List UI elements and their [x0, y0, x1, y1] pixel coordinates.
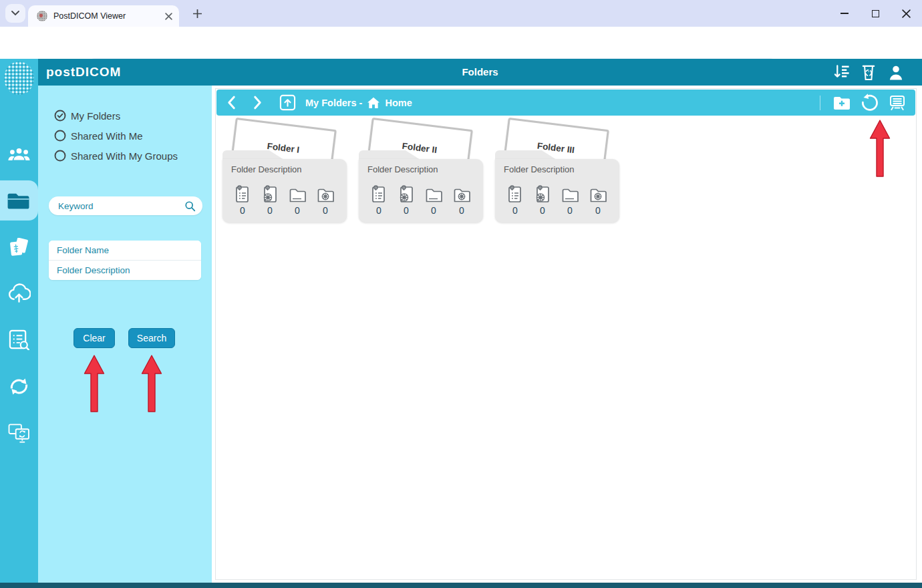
- sort-list-icon: [834, 65, 851, 80]
- subfolder-icon: [561, 184, 579, 204]
- sort-order-button[interactable]: [832, 63, 851, 81]
- folder-card[interactable]: Folder I Folder Description 0 0 0 0: [222, 121, 347, 223]
- trash-recycle-icon: [861, 64, 876, 81]
- clipboard-list-icon: [233, 184, 252, 204]
- sidebar-item-patients[interactable]: [0, 135, 38, 172]
- folder-dicom-icon: [316, 184, 335, 204]
- folder-description: Folder Description: [367, 164, 438, 174]
- sidebar-item-sync[interactable]: [0, 368, 38, 405]
- breadcrumb-divider: [820, 96, 820, 110]
- folder-fields-box: [49, 241, 201, 280]
- sidebar-item-folders[interactable]: [0, 180, 38, 220]
- sidebar-item-upload[interactable]: [0, 274, 38, 311]
- subfolder-icon: [424, 184, 443, 204]
- folder-description: Folder Description: [504, 164, 575, 174]
- add-folder-icon: [833, 96, 851, 110]
- nav-back-button[interactable]: [227, 96, 236, 110]
- close-icon: [902, 9, 911, 18]
- account-button[interactable]: [887, 63, 905, 81]
- chevron-left-icon: [227, 96, 236, 110]
- window-maximize-button[interactable]: [860, 0, 891, 27]
- app-header: postDICOM Folders: [38, 59, 922, 86]
- tab-search-button[interactable]: [5, 4, 25, 23]
- app-sidebar: [0, 59, 38, 583]
- folder-description-input[interactable]: [49, 261, 201, 280]
- new-tab-icon: [193, 9, 202, 18]
- radio-selected-icon: [54, 110, 66, 122]
- cloud-upload-icon: [7, 283, 31, 303]
- chevron-right-icon: [253, 96, 262, 110]
- red-arrow-search: [140, 355, 163, 412]
- dicom-folder-count: 0: [450, 205, 474, 216]
- breadcrumb-path[interactable]: My Folders -: [305, 98, 362, 108]
- keyword-input[interactable]: [58, 201, 184, 211]
- red-arrow-refresh: [869, 120, 891, 177]
- clipboard-dicom-icon: [261, 184, 279, 204]
- keyword-search-box: [49, 196, 202, 215]
- recycle-bin-button[interactable]: [859, 63, 878, 81]
- search-button[interactable]: Search: [128, 328, 175, 348]
- breadcrumb-home[interactable]: Home: [385, 98, 412, 108]
- sidebar-item-query[interactable]: [0, 321, 38, 358]
- postdicom-logo-icon: [4, 61, 34, 95]
- home-icon: [367, 97, 380, 109]
- clipboard-list-icon: [506, 184, 524, 204]
- maximize-icon: [872, 10, 879, 17]
- subfolder-count: 0: [422, 205, 446, 216]
- folder-description: Folder Description: [231, 164, 302, 174]
- subfolder-icon: [288, 184, 307, 204]
- search-magnifier-icon[interactable]: [184, 200, 196, 212]
- new-tab-button[interactable]: [187, 4, 207, 23]
- refresh-button[interactable]: [861, 94, 879, 112]
- folder-card[interactable]: Folder II Folder Description 0 0 0 0: [359, 121, 483, 223]
- list-search-icon: [9, 329, 29, 350]
- folder-queue-icon: [889, 95, 906, 111]
- folder-name-input[interactable]: [49, 241, 201, 260]
- sidebar-item-images[interactable]: [0, 229, 38, 266]
- browser-tab-strip: PostDICOM Viewer: [0, 0, 922, 27]
- page-title: Folders: [38, 66, 922, 78]
- folder-filter-panel: My Folders Shared With Me Shared With My…: [38, 86, 212, 583]
- clipboard-list-icon: [369, 184, 388, 204]
- folder-card-body: Folder Description 0 0 0 0: [495, 159, 619, 223]
- up-level-icon: [279, 94, 296, 111]
- radio-label: My Folders: [71, 110, 120, 122]
- window-minimize-button[interactable]: [829, 0, 860, 27]
- radio-shared-with-me[interactable]: Shared With Me: [54, 130, 143, 142]
- radio-unselected-icon: [54, 150, 66, 162]
- folder-dicom-icon: [589, 184, 607, 204]
- browser-tab[interactable]: PostDICOM Viewer: [28, 5, 179, 27]
- breadcrumb-bar: My Folders - Home: [216, 90, 915, 116]
- folder-card[interactable]: Folder III Folder Description 0 0 0 0: [495, 121, 619, 223]
- clear-button[interactable]: Clear: [73, 328, 115, 348]
- users-group-icon: [8, 146, 30, 162]
- clipboard-dicom-icon: [533, 184, 552, 204]
- user-icon: [889, 65, 903, 80]
- folder-card-body: Folder Description 0 0 0 0: [359, 159, 483, 223]
- nav-forward-button[interactable]: [253, 96, 262, 110]
- window-close-button[interactable]: [891, 0, 921, 27]
- add-folder-button[interactable]: [833, 96, 851, 110]
- tab-search-icon: [11, 11, 19, 16]
- folder-queue-button[interactable]: [889, 95, 906, 111]
- minimize-icon: [840, 13, 849, 14]
- folders-main-area: My Folders - Home Folder I: [215, 88, 917, 580]
- screen-share-icon: [8, 424, 30, 443]
- study-count: 0: [394, 205, 418, 216]
- tab-close-icon[interactable]: [165, 13, 172, 20]
- radio-label: Shared With Me: [71, 130, 143, 142]
- up-level-button[interactable]: [279, 94, 296, 111]
- browser-toolbar: germany.postdicom.com/Viewer/Main: [0, 27, 922, 59]
- order-count: 0: [503, 205, 527, 216]
- folder-card-body: Folder Description 0 0 0 0: [222, 159, 347, 223]
- subfolder-count: 0: [285, 205, 309, 216]
- sidebar-item-remote[interactable]: [0, 414, 38, 452]
- page-bottom-border: [0, 583, 922, 588]
- xray-images-icon: [9, 238, 29, 257]
- radio-my-folders[interactable]: My Folders: [54, 110, 120, 122]
- radio-shared-with-groups[interactable]: Shared With My Groups: [54, 150, 178, 162]
- radio-label: Shared With My Groups: [71, 150, 178, 162]
- study-count: 0: [258, 205, 282, 216]
- subfolder-count: 0: [558, 205, 582, 216]
- sync-arrows-icon: [9, 377, 29, 396]
